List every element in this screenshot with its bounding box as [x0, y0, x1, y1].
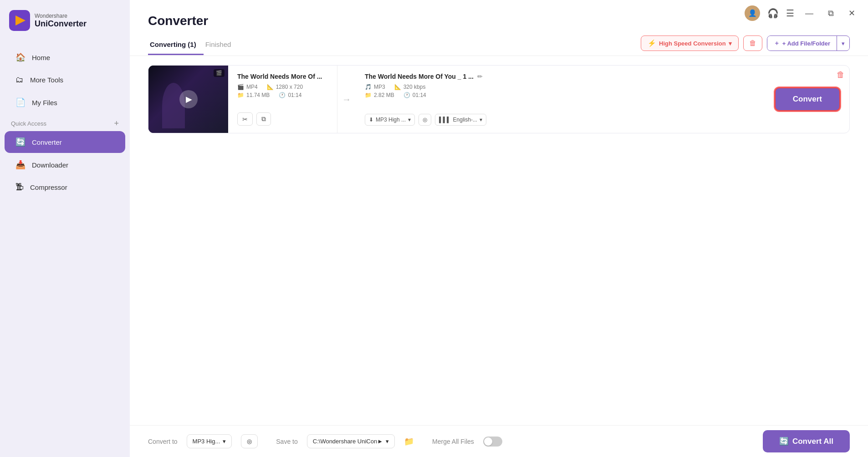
sidebar-item-converter[interactable]: 🔄 Converter	[5, 131, 125, 153]
format-select-value: MP3 Hig...	[193, 438, 220, 445]
output-duration-item: 🕐 01:14	[403, 92, 426, 98]
convert-all-button[interactable]: 🔄 Convert All	[763, 430, 850, 452]
source-file-info: The World Needs More Of ... 🎬 MP4 📐 1280…	[228, 66, 337, 133]
restore-button[interactable]: ⧉	[824, 7, 837, 20]
output-format: MP3	[374, 84, 385, 90]
sidebar: Wondershare UniConverter 🏠 Home 🗂 More T…	[0, 0, 130, 457]
target-select-icon: ◎	[247, 438, 252, 445]
high-speed-chevron-icon: ▾	[729, 40, 732, 47]
convert-all-icon: 🔄	[779, 437, 789, 446]
format-select-dropdown[interactable]: MP3 Hig... ▾	[187, 434, 232, 448]
sidebar-item-compressor[interactable]: 🗜 Compressor	[5, 177, 125, 198]
product-name: UniConverter	[35, 19, 87, 29]
clock-icon: 🕐	[279, 92, 286, 98]
sidebar-item-downloader[interactable]: 📥 Downloader	[5, 154, 125, 176]
source-duration-item: 🕐 01:14	[279, 92, 301, 98]
downloader-icon: 📥	[15, 160, 26, 170]
add-file-dropdown-arrow[interactable]: ▾	[837, 37, 849, 50]
output-clock-icon: 🕐	[403, 92, 410, 98]
bitrate-icon: 📐	[394, 84, 401, 90]
play-icon: ▶	[186, 94, 192, 104]
more-tools-icon: 🗂	[15, 75, 24, 85]
target-icon-button[interactable]: ◎	[241, 434, 258, 448]
subtitle-dropdown[interactable]: ▌▌▌ English-... ▾	[435, 114, 486, 126]
headphone-icon[interactable]: 🎧	[767, 8, 779, 19]
close-button[interactable]: ✕	[845, 6, 859, 20]
menu-icon[interactable]: ☰	[786, 8, 794, 19]
output-size: 2.82 MB	[374, 92, 394, 98]
merge-all-files-label: Merge All Files	[432, 438, 474, 445]
output-format-item: 🎵 MP3	[365, 84, 385, 90]
high-speed-label: High Speed Conversion	[659, 40, 726, 47]
tabs-toolbar: Converting (1) Finished ⚡ High Speed Con…	[130, 28, 868, 56]
open-folder-button[interactable]: 📁	[404, 437, 414, 447]
quality-chevron-icon: ▾	[408, 117, 411, 123]
sidebar-item-downloader-label: Downloader	[32, 161, 68, 169]
sidebar-item-more-tools[interactable]: 🗂 More Tools	[5, 69, 125, 91]
output-meta-row-2: 📁 2.82 MB 🕐 01:14	[365, 92, 486, 98]
quick-access-label: Quick Access	[11, 120, 46, 127]
high-speed-button[interactable]: ⚡ High Speed Conversion ▾	[641, 36, 739, 51]
compressor-icon: 🗜	[15, 183, 24, 192]
output-duration: 01:14	[413, 92, 426, 98]
minimize-button[interactable]: —	[802, 7, 817, 20]
copy-button[interactable]: ⧉	[256, 112, 271, 126]
user-avatar[interactable]: 👤	[745, 5, 760, 21]
home-icon: 🏠	[15, 52, 26, 62]
source-format-item: 🎬 MP4	[237, 84, 258, 90]
subtitle-value: English-...	[453, 117, 477, 123]
bottom-bar: Convert to MP3 Hig... ▾ ◎ Save to C:\Won…	[130, 425, 868, 457]
sidebar-item-compressor-label: Compressor	[30, 183, 67, 191]
merge-toggle[interactable]	[483, 437, 502, 447]
sidebar-item-home[interactable]: 🏠 Home	[5, 46, 125, 68]
avatar-icon: 👤	[748, 9, 757, 17]
save-path-value: C:\Wondershare UniCon►	[313, 438, 383, 445]
add-file-main[interactable]: ＋ + Add File/Folder	[767, 36, 837, 51]
subtitle-icon: ▌▌▌	[439, 117, 451, 123]
logo-text: Wondershare UniConverter	[35, 13, 87, 29]
add-file-folder-button[interactable]: ＋ + Add File/Folder ▾	[767, 36, 850, 51]
trash-file-icon: 🗑	[837, 70, 845, 79]
cut-button[interactable]: ✂	[237, 112, 253, 126]
target-dropdown[interactable]: ◎	[419, 114, 431, 126]
video-badge: 🎬	[214, 69, 225, 77]
save-path-dropdown[interactable]: C:\Wondershare UniCon► ▾	[307, 434, 395, 448]
arrow-divider: →	[337, 66, 356, 133]
output-meta-row-1: 🎵 MP3 📐 320 kbps	[365, 84, 486, 90]
convert-button[interactable]: Convert	[775, 87, 840, 111]
file-list-area: ▶ 🎬 The World Needs More Of ... 🎬	[130, 56, 868, 425]
logo-area: Wondershare UniConverter	[0, 0, 130, 41]
file-card: ▶ 🎬 The World Needs More Of ... 🎬	[148, 65, 850, 133]
source-resolution-item: 📐 1280 x 720	[267, 84, 303, 90]
subtitle-chevron-icon: ▾	[480, 117, 482, 123]
output-name-row: The World Needs More Of You _ 1 ... ✏	[365, 73, 486, 80]
edit-name-icon[interactable]: ✏	[477, 73, 483, 80]
format-icon: 🎬	[237, 84, 244, 90]
copy-icon: ⧉	[261, 115, 266, 122]
toggle-knob	[484, 437, 492, 446]
delete-file-button[interactable]: 🗑	[837, 70, 845, 80]
output-file-name: The World Needs More Of You _ 1 ...	[365, 73, 474, 80]
arrow-icon: →	[342, 94, 351, 105]
resolution-icon: 📐	[267, 84, 274, 90]
tab-converting[interactable]: Converting (1)	[148, 37, 204, 55]
play-button[interactable]: ▶	[179, 90, 198, 108]
output-size-item: 📁 2.82 MB	[365, 92, 394, 98]
output-file-info: The World Needs More Of You _ 1 ... ✏ 🎵 …	[356, 66, 495, 133]
bolt-icon: ⚡	[648, 39, 656, 47]
quality-dropdown[interactable]: ⬇ MP3 High ... ▾	[365, 114, 415, 126]
delete-all-button[interactable]: 🗑	[743, 36, 762, 51]
sidebar-item-my-files[interactable]: 📄 My Files	[5, 91, 125, 113]
thumbnail-figure	[162, 83, 185, 128]
sidebar-item-more-tools-label: More Tools	[30, 76, 63, 84]
app-logo-icon	[9, 10, 30, 31]
tab-finished[interactable]: Finished	[204, 37, 239, 55]
converter-icon: 🔄	[15, 137, 26, 147]
save-to-label: Save to	[276, 438, 297, 445]
output-bitrate-item: 📐 320 kbps	[394, 84, 426, 90]
output-file-meta: 🎵 MP3 📐 320 kbps 📁 2.82 MB	[365, 84, 486, 98]
output-settings-row: ⬇ MP3 High ... ▾ ◎ ▌▌▌ English-... ▾	[365, 114, 486, 126]
convert-all-label: Convert All	[792, 437, 833, 446]
folder-icon: 📁	[404, 437, 414, 446]
quick-access-add-button[interactable]: +	[114, 119, 119, 128]
